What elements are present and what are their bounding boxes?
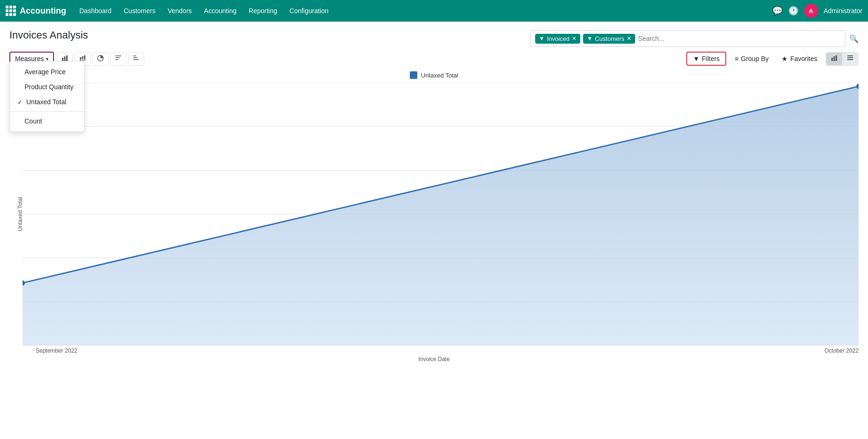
table-view-button[interactable] xyxy=(842,53,858,65)
svg-rect-21 xyxy=(847,59,853,60)
table-view-icon xyxy=(847,55,853,62)
filter-tag-customers: ▼ Customers ✕ xyxy=(583,34,635,44)
dropdown-divider xyxy=(10,111,84,112)
view-toggle xyxy=(826,52,859,66)
svg-rect-7 xyxy=(84,55,85,59)
pie-chart-icon xyxy=(97,55,104,62)
filter-tag-invoiced-label: Invoiced xyxy=(547,35,569,42)
measure-count-label: Count xyxy=(24,117,42,125)
svg-rect-3 xyxy=(80,57,81,59)
svg-rect-6 xyxy=(82,59,84,61)
search-area: ▼ Invoiced ✕ ▼ Customers ✕ 🔍 xyxy=(530,30,859,47)
filter-icon-customers: ▼ xyxy=(587,35,592,42)
star-icon: ★ xyxy=(782,55,788,62)
grid-icon xyxy=(6,6,16,16)
svg-rect-19 xyxy=(847,55,853,56)
bar-chart-icon xyxy=(61,55,68,62)
group-by-label: Group By xyxy=(741,55,768,62)
pie-chart-button[interactable] xyxy=(92,52,108,66)
group-by-button[interactable]: ≡ Group By xyxy=(730,53,773,65)
filter-funnel-icon: ▼ xyxy=(693,55,699,62)
filters-label: Filters xyxy=(702,55,720,62)
svg-rect-0 xyxy=(62,58,63,61)
measure-product-quantity[interactable]: Product Quantity xyxy=(10,79,84,94)
sort-asc-button[interactable] xyxy=(110,52,126,66)
x-axis-title: Invoice Date xyxy=(9,356,859,362)
search-icon[interactable]: 🔍 xyxy=(849,34,859,43)
chat-icon[interactable]: 💬 xyxy=(772,6,783,16)
top-navigation: Accounting Dashboard Customers Vendors A… xyxy=(0,0,868,22)
measure-average-price[interactable]: Average Price xyxy=(10,64,84,79)
x-axis-end: October 2022 xyxy=(824,347,859,354)
sort-asc-icon xyxy=(115,55,122,62)
favorites-label: Favorites xyxy=(790,55,817,62)
filters-button[interactable]: ▼ Filters xyxy=(686,52,726,66)
top-right-actions: 💬 🕐 A Administrator xyxy=(772,4,862,18)
filter-tag-customers-close[interactable]: ✕ xyxy=(627,35,631,42)
header-row2: Measures ▾ xyxy=(9,52,859,66)
group-by-icon: ≡ xyxy=(735,55,738,62)
nav-customers[interactable]: Customers xyxy=(118,4,161,17)
clock-icon[interactable]: 🕐 xyxy=(788,6,799,16)
svg-rect-16 xyxy=(831,58,833,61)
app-name: Accounting xyxy=(20,6,66,16)
sort-desc-icon xyxy=(133,55,139,62)
username: Administrator xyxy=(824,7,862,15)
sort-desc-button[interactable] xyxy=(128,52,144,66)
filter-tag-customers-label: Customers xyxy=(595,35,624,42)
nav-vendors[interactable]: Vendors xyxy=(162,4,197,17)
measure-count[interactable]: Count xyxy=(10,114,84,129)
filter-tag-invoiced: ▼ Invoiced ✕ xyxy=(535,34,580,44)
svg-rect-18 xyxy=(836,55,837,61)
app-logo[interactable]: Accounting xyxy=(6,6,66,16)
x-axis-labels: September 2022 October 2022 xyxy=(36,346,859,354)
svg-rect-1 xyxy=(64,56,66,61)
svg-rect-4 xyxy=(80,59,81,61)
legend-color-swatch xyxy=(410,71,417,79)
svg-rect-8 xyxy=(84,59,85,61)
avatar[interactable]: A xyxy=(804,4,818,18)
measure-untaxed-total[interactable]: ✓ Untaxed Total xyxy=(10,94,84,109)
favorites-button[interactable]: ★ Favorites xyxy=(777,53,822,65)
nav-reporting[interactable]: Reporting xyxy=(243,4,283,17)
stacked-bar-icon xyxy=(79,55,86,62)
chart-view-icon xyxy=(831,55,837,62)
measure-product-quantity-label: Product Quantity xyxy=(24,83,73,91)
page-content: Invoices Analysis ▼ Invoiced ✕ ▼ Custome… xyxy=(0,22,868,370)
header-row1: Invoices Analysis ▼ Invoiced ✕ ▼ Custome… xyxy=(9,29,859,48)
measures-caret: ▾ xyxy=(46,56,48,62)
legend-label: Untaxed Total xyxy=(421,72,458,79)
filter-icon-invoiced: ▼ xyxy=(539,35,545,42)
svg-rect-5 xyxy=(82,56,84,59)
page-title: Invoices Analysis xyxy=(9,29,88,41)
measures-dropdown: Average Price Product Quantity ✓ Untaxed… xyxy=(9,61,84,132)
x-axis-start: September 2022 xyxy=(36,347,77,354)
measure-average-price-label: Average Price xyxy=(24,68,66,76)
nav-dashboard[interactable]: Dashboard xyxy=(74,4,117,17)
chart-view-button[interactable] xyxy=(826,53,842,65)
chart-fill-area xyxy=(23,86,859,346)
search-input[interactable] xyxy=(638,35,840,42)
nav-links: Dashboard Customers Vendors Accounting R… xyxy=(74,4,770,17)
area-chart: 250.00M 200.00M 150.00M 100.00M 50.00M 0 xyxy=(23,83,859,346)
svg-rect-2 xyxy=(66,55,68,61)
right-toolbar: ▼ Filters ≡ Group By ★ Favorites xyxy=(686,52,859,66)
search-container: ▼ Invoiced ✕ ▼ Customers ✕ xyxy=(530,30,845,47)
nav-configuration[interactable]: Configuration xyxy=(284,4,334,17)
chart-wrapper: Untaxed Total 250.00M 200.00M 150.00M 10… xyxy=(9,83,859,346)
nav-accounting[interactable]: Accounting xyxy=(199,4,242,17)
filter-tag-invoiced-close[interactable]: ✕ xyxy=(572,35,576,42)
svg-rect-20 xyxy=(847,57,853,58)
chart-legend: Untaxed Total xyxy=(9,71,859,79)
measure-untaxed-total-label: Untaxed Total xyxy=(26,98,66,106)
svg-rect-17 xyxy=(834,56,835,61)
chart-svg-container: 250.00M 200.00M 150.00M 100.00M 50.00M 0 xyxy=(23,83,859,346)
